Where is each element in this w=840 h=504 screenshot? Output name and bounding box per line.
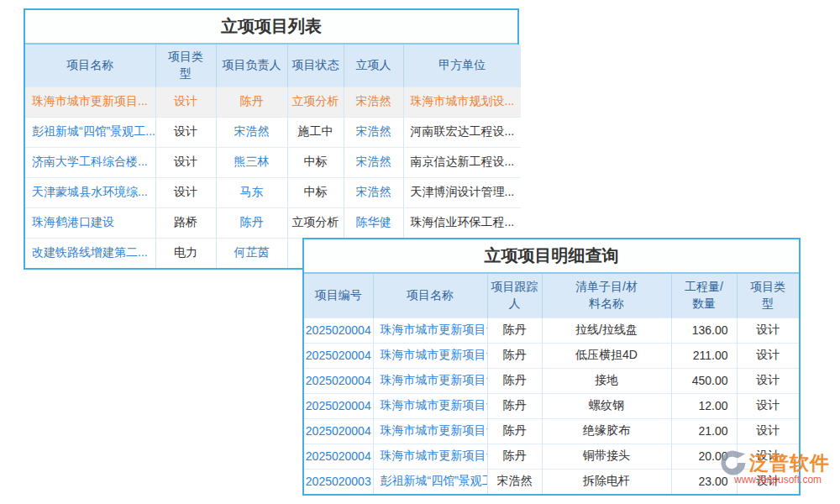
project-name-link[interactable]: 珠海市城市更新项目紫桐 (373, 368, 487, 393)
project-status-cell: 施工中 (287, 117, 344, 147)
project-detail-title: 立项项目明细查询 (304, 239, 799, 274)
project-type-cell: 设计 (155, 177, 216, 207)
column-header-project-name: 项目名称 (25, 45, 155, 87)
item-cell: 铜带接头 (542, 444, 671, 469)
project-code-link[interactable]: 2025020004 (304, 444, 373, 469)
client-unit-cell: 天津博润设计管理... (403, 177, 521, 207)
fanpu-logo-icon (717, 448, 748, 478)
tracker-cell: 陈丹 (487, 444, 542, 469)
client-unit-cell: 南京信达新工程设... (403, 147, 521, 177)
project-code-link[interactable]: 2025020004 (304, 318, 373, 343)
tracker-cell: 陈丹 (487, 368, 542, 393)
project-row-selected[interactable]: 珠海市城市更新项目... 设计 陈丹 立项分析 宋浩然 珠海市城市规划设... (25, 87, 521, 117)
project-manager-link[interactable]: 何芷茵 (216, 238, 287, 268)
project-code-link[interactable]: 2025020004 (304, 418, 373, 444)
column-header-project-type: 项目类型 (737, 274, 799, 318)
quantity-cell: 136.00 (671, 318, 737, 343)
project-row[interactable]: 天津蒙城县水环境综... 设计 马东 中标 宋浩然 天津博润设计管理... (25, 177, 521, 207)
project-manager-link[interactable]: 马东 (216, 177, 287, 207)
project-status-cell: 立项分析 (287, 87, 344, 117)
column-header-project-type: 项目类型 (155, 45, 216, 87)
initiator-link[interactable]: 宋浩然 (344, 87, 403, 117)
initiator-link[interactable]: 陈华健 (344, 207, 403, 238)
project-manager-link[interactable]: 陈丹 (216, 87, 287, 117)
item-cell: 低压横担4D (542, 343, 671, 368)
client-unit-cell: 珠海信业环保工程... (403, 207, 521, 238)
item-cell: 绝缘胶布 (542, 418, 671, 444)
tracker-cell: 陈丹 (487, 418, 542, 444)
project-name-link[interactable]: 珠海市城市更新项目紫桐 (373, 418, 487, 444)
item-cell: 拉线/拉线盘 (542, 318, 671, 343)
column-header-project-name: 项目名称 (373, 274, 487, 318)
project-name-link[interactable]: 济南大学工科综合楼... (25, 147, 155, 177)
project-name-link[interactable]: 彭祖新城“四馆”景观工程 (373, 469, 487, 494)
project-name-link[interactable]: 珠海市城市更新项目紫桐 (373, 444, 487, 469)
client-unit-cell: 河南联宏达工程设... (403, 117, 521, 147)
detail-row[interactable]: 2025020004 珠海市城市更新项目紫桐 陈丹 接地 450.00 设计 (304, 368, 799, 393)
project-row[interactable]: 珠海鹤港口建设 路桥 陈丹 立项分析 陈华健 珠海信业环保工程... (25, 207, 521, 238)
project-name-link[interactable]: 彭祖新城“四馆”景观工... (25, 117, 155, 147)
project-type-cell: 设计 (155, 87, 216, 117)
detail-row[interactable]: 2025020004 珠海市城市更新项目紫桐 陈丹 拉线/拉线盘 136.00 … (304, 318, 799, 343)
project-type-cell: 路桥 (155, 207, 216, 238)
initiator-link[interactable]: 宋浩然 (344, 117, 403, 147)
watermark: 泛普软件 www.fanpusoft.com (717, 448, 840, 486)
project-manager-link[interactable]: 陈丹 (216, 207, 287, 238)
project-name-link[interactable]: 珠海市城市更新项目... (25, 87, 155, 117)
project-code-link[interactable]: 2025020004 (304, 368, 373, 393)
column-header-project-status: 项目状态 (287, 45, 344, 87)
client-unit-cell: 珠海市城市规划设... (403, 87, 521, 117)
column-header-project-manager: 项目负责人 (216, 45, 287, 87)
detail-row[interactable]: 2025020004 珠海市城市更新项目紫桐 陈丹 绝缘胶布 21.00 设计 (304, 418, 799, 444)
project-name-link[interactable]: 天津蒙城县水环境综... (25, 177, 155, 207)
project-list-title: 立项项目列表 (25, 10, 517, 45)
column-header-quantity: 工程量/数量 (671, 274, 737, 318)
project-type-cell: 设计 (737, 318, 799, 343)
project-code-link[interactable]: 2025020004 (304, 343, 373, 368)
detail-header-row: 项目编号 项目名称 项目跟踪人 清单子目/材料名称 工程量/数量 项目类型 (304, 274, 799, 318)
project-name-link[interactable]: 珠海市城市更新项目紫桐 (373, 393, 487, 418)
quantity-cell: 450.00 (671, 368, 737, 393)
tracker-cell: 陈丹 (487, 393, 542, 418)
project-type-cell: 设计 (737, 343, 799, 368)
quantity-cell: 21.00 (671, 418, 737, 444)
project-type-cell: 设计 (155, 117, 216, 147)
page: 立项项目列表 项目名称 项目类型 项目负责人 项目状态 立项人 甲方单位 珠海市… (0, 0, 840, 504)
column-header-project-code: 项目编号 (304, 274, 373, 318)
project-type-cell: 设计 (737, 393, 799, 418)
detail-row[interactable]: 2025020004 珠海市城市更新项目紫桐 陈丹 低压横担4D 211.00 … (304, 343, 799, 368)
project-status-cell: 立项分析 (287, 207, 344, 238)
project-manager-link[interactable]: 宋浩然 (216, 117, 287, 147)
project-code-link[interactable]: 2025020003 (304, 469, 373, 494)
item-cell: 拆除电杆 (542, 469, 671, 494)
quantity-cell: 211.00 (671, 343, 737, 368)
project-status-cell: 中标 (287, 147, 344, 177)
column-header-client-unit: 甲方单位 (403, 45, 521, 87)
project-status-cell: 中标 (287, 177, 344, 207)
project-manager-link[interactable]: 熊三林 (216, 147, 287, 177)
project-type-cell: 电力 (155, 238, 216, 268)
project-name-link[interactable]: 珠海市城市更新项目紫桐 (373, 318, 487, 343)
column-header-initiator: 立项人 (344, 45, 403, 87)
initiator-link[interactable]: 宋浩然 (344, 147, 403, 177)
initiator-link[interactable]: 宋浩然 (344, 177, 403, 207)
project-code-link[interactable]: 2025020004 (304, 393, 373, 418)
item-cell: 接地 (542, 368, 671, 393)
tracker-cell: 陈丹 (487, 343, 542, 368)
project-name-link[interactable]: 珠海市城市更新项目紫桐 (373, 343, 487, 368)
item-cell: 螺纹钢 (542, 393, 671, 418)
tracker-cell: 宋浩然 (487, 469, 542, 494)
project-type-cell: 设计 (155, 147, 216, 177)
detail-row[interactable]: 2025020004 珠海市城市更新项目紫桐 陈丹 螺纹钢 12.00 设计 (304, 393, 799, 418)
project-list-header-row: 项目名称 项目类型 项目负责人 项目状态 立项人 甲方单位 (25, 45, 521, 87)
project-name-link[interactable]: 珠海鹤港口建设 (25, 207, 155, 238)
column-header-tracker: 项目跟踪人 (487, 274, 542, 318)
watermark-brand-text: 泛普软件 (749, 450, 830, 476)
project-row[interactable]: 济南大学工科综合楼... 设计 熊三林 中标 宋浩然 南京信达新工程设... (25, 147, 521, 177)
project-name-link[interactable]: 改建铁路线增建第二... (25, 238, 155, 268)
project-list-panel: 立项项目列表 项目名称 项目类型 项目负责人 项目状态 立项人 甲方单位 珠海市… (24, 8, 519, 270)
quantity-cell: 12.00 (671, 393, 737, 418)
project-type-cell: 设计 (737, 418, 799, 444)
project-row[interactable]: 彭祖新城“四馆”景观工... 设计 宋浩然 施工中 宋浩然 河南联宏达工程设..… (25, 117, 521, 147)
tracker-cell: 陈丹 (487, 318, 542, 343)
